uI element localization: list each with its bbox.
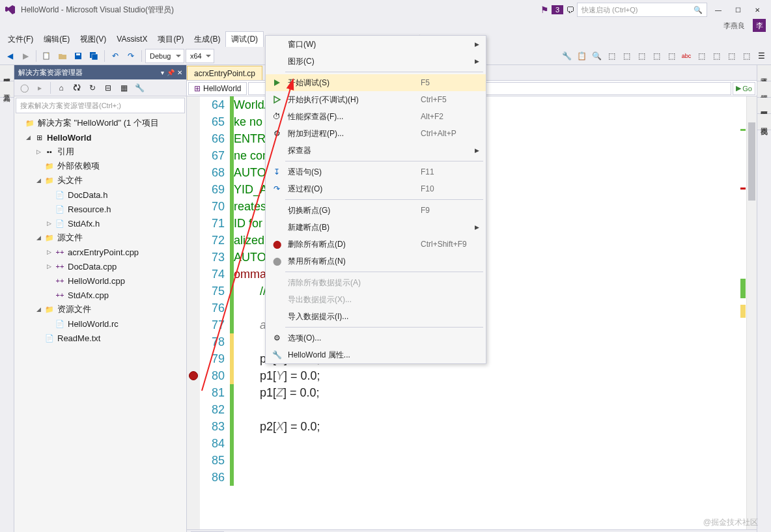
rail-diagnostics[interactable]: 诊断工具 [757, 65, 771, 81]
quick-launch-input[interactable]: 快速启动 (Ctrl+Q) 🔍 [577, 3, 707, 17]
exp-sync[interactable]: 🗘 [70, 81, 84, 95]
tool-icon-6[interactable]: ⬚ [634, 49, 649, 63]
breakpoint-gutter[interactable] [187, 96, 200, 529]
close-window-button[interactable]: ✕ [749, 3, 766, 16]
tool-icon-7[interactable]: ⬚ [649, 49, 664, 63]
exp-fwd[interactable]: ▸ [33, 81, 47, 95]
node-sources[interactable]: ◢📁源文件 [14, 231, 186, 245]
tool-icon-9[interactable]: abc [679, 49, 694, 63]
tool-icon-5[interactable]: ⬚ [619, 49, 634, 63]
tool-icon-3[interactable]: 🔍 [589, 49, 604, 63]
feedback-icon[interactable]: 🗩 [566, 5, 574, 15]
menu-item[interactable]: ↷逐过程(O)F10 [266, 180, 486, 197]
platform-combo[interactable]: x64 [186, 49, 214, 63]
node-headers[interactable]: ◢📁头文件 [14, 173, 186, 188]
rail-toolbox[interactable]: 工具箱 [0, 81, 14, 98]
node-resources[interactable]: ◢📁资源文件 [14, 302, 186, 316]
menu-item[interactable]: 🔧HelloWorld 属性... [266, 346, 486, 363]
minimize-button[interactable]: — [710, 3, 727, 16]
undo-button[interactable]: ↶ [108, 49, 122, 63]
tool-icon-2[interactable]: 📋 [574, 49, 589, 63]
menu-build[interactable]: 生成(B) [189, 32, 225, 47]
menu-edit[interactable]: 编辑(E) [38, 32, 75, 47]
overview-ruler[interactable] [740, 96, 746, 529]
rail-server-explorer[interactable]: 服务器资源管理器 [0, 65, 14, 81]
menu-item[interactable]: 开始执行(不调试)(H)Ctrl+F5 [266, 91, 486, 108]
menu-item[interactable]: 新建断点(B)▶ [266, 219, 486, 236]
menu-item[interactable]: 开始调试(S)F5 [266, 74, 486, 91]
tool-icon-1[interactable]: 🔧 [559, 49, 574, 63]
tool-icon-10[interactable]: ⬚ [694, 49, 708, 63]
tab-acrxentrypoint[interactable]: acrxEntryPoint.cp [187, 66, 262, 80]
pin-icon[interactable]: ▾ [161, 69, 164, 76]
notification-badge[interactable]: 3 [552, 5, 563, 14]
node-resource-h[interactable]: 📄Resource.h [14, 202, 186, 216]
nav-fwd-button[interactable]: ▶ [18, 49, 33, 63]
exp-props[interactable]: 🔧 [132, 81, 147, 95]
node-stdafx-h[interactable]: ▷📄StdAfx.h [14, 216, 186, 231]
new-button[interactable] [40, 49, 54, 63]
user-avatar[interactable]: 李 [753, 19, 766, 32]
node-helloworld-cpp[interactable]: ++HelloWorld.cpp [14, 273, 186, 288]
exp-refresh[interactable]: ↻ [85, 81, 100, 95]
exp-back[interactable]: ◯ [17, 81, 31, 95]
tool-icon-8[interactable]: ⬚ [664, 49, 679, 63]
tool-icon-13[interactable]: ⬚ [739, 49, 753, 63]
close-panel-button[interactable]: ✕ [177, 69, 182, 76]
vertical-scrollbar[interactable] [746, 96, 757, 529]
exp-showall[interactable]: ▦ [117, 81, 131, 95]
menu-debug[interactable]: 调试(D) [225, 31, 264, 47]
node-docdata-h[interactable]: 📄DocData.h [14, 188, 186, 202]
tool-icon-4[interactable]: ⬚ [604, 49, 619, 63]
node-acrxentry-cpp[interactable]: ▷++acrxEntryPoint.cpp [14, 245, 186, 259]
config-combo[interactable]: Debug [145, 49, 184, 63]
menu-item[interactable]: ⏱性能探查器(F)...Alt+F2 [266, 108, 486, 125]
user-name-label[interactable]: 李燕良 [720, 21, 749, 31]
node-project[interactable]: ◢⊞HelloWorld [14, 130, 186, 145]
menu-project[interactable]: 项目(P) [152, 32, 189, 47]
rail-class-view[interactable]: 类视图 [757, 114, 771, 130]
node-stdafx-cpp[interactable]: ++StdAfx.cpp [14, 288, 186, 302]
menu-item[interactable]: 图形(C)▶ [266, 53, 486, 70]
rail-properties[interactable]: 属性 [757, 81, 771, 98]
maximize-button[interactable]: ☐ [729, 3, 746, 16]
tool-icon-11[interactable]: ⬚ [709, 49, 723, 63]
menu-item[interactable]: ⚙附加到进程(P)...Ctrl+Alt+P [266, 125, 486, 142]
menu-file[interactable]: 文件(F) [3, 32, 38, 47]
menu-item[interactable]: 导入数据提示(I)... [266, 308, 486, 325]
menu-item[interactable]: 切换断点(G)F9 [266, 202, 486, 219]
tool-icon-12[interactable]: ⬚ [724, 49, 738, 63]
menu-vassistx[interactable]: VAssistX [111, 33, 152, 46]
nav-crumb-project[interactable]: ⊞HelloWorld [188, 82, 247, 95]
menu-item[interactable]: 窗口(W)▶ [266, 36, 486, 53]
rail-team-explorer[interactable]: 团队资源管理器 [757, 98, 771, 114]
explorer-search[interactable]: 搜索解决方案资源管理器(Ctrl+;) [16, 98, 185, 113]
vs-logo-icon [5, 5, 16, 15]
node-readme[interactable]: 📄ReadMe.txt [14, 331, 186, 345]
nav-go-button[interactable]: ▶Go [733, 82, 755, 95]
node-solution[interactable]: 📁解决方案 "HelloWorld" (1 个项目 [14, 116, 186, 130]
menu-view[interactable]: 视图(V) [75, 32, 111, 47]
open-button[interactable] [55, 49, 70, 63]
menu-item[interactable]: ↧逐语句(S)F11 [266, 163, 486, 180]
unpin-icon[interactable]: 📌 [167, 69, 175, 76]
menu-item[interactable]: ⬤禁用所有断点(N) [266, 253, 486, 270]
node-references[interactable]: ▷▪▪引用 [14, 145, 186, 159]
exp-home[interactable]: ⌂ [54, 81, 68, 95]
redo-button[interactable]: ↷ [124, 49, 138, 63]
menu-item[interactable]: 探查器▶ [266, 142, 486, 159]
node-helloworld-rc[interactable]: 📄HelloWorld.rc [14, 316, 186, 331]
tool-icon-14[interactable]: ☰ [754, 49, 768, 63]
breakpoint-marker[interactable] [189, 371, 198, 380]
menu-item[interactable]: ⬤删除所有断点(D)Ctrl+Shift+F9 [266, 236, 486, 253]
explorer-header: 解决方案资源管理器 ▾ 📌 ✕ [14, 65, 186, 79]
node-docdata-cpp[interactable]: ▷++DocData.cpp [14, 259, 186, 273]
save-all-button[interactable] [87, 49, 101, 63]
menu-item[interactable]: ⚙选项(O)... [266, 329, 486, 346]
node-external-deps[interactable]: 📁外部依赖项 [14, 159, 186, 173]
nav-back-button[interactable]: ◀ [3, 49, 17, 63]
save-button[interactable] [71, 49, 85, 63]
flag-icon[interactable]: ⚑ [540, 5, 549, 15]
exp-collapse[interactable]: ⊟ [101, 81, 115, 95]
editor-status-bar: 143 % ◂ ▸ [187, 529, 757, 532]
